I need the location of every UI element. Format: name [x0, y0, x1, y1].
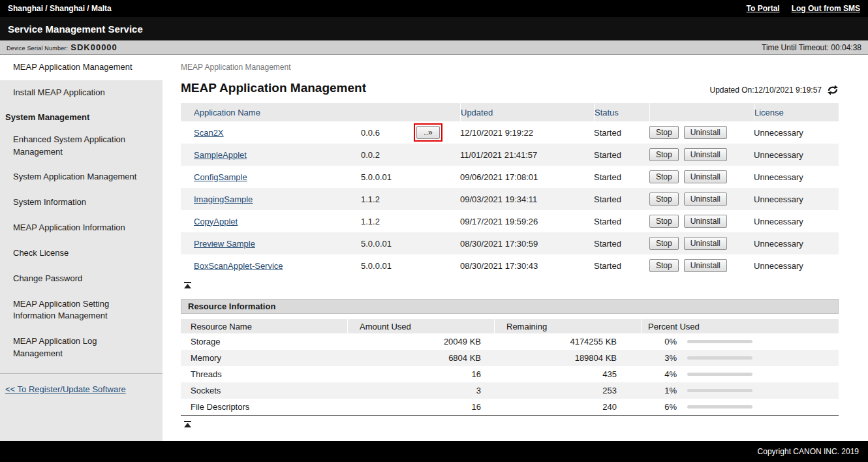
sidebar-item-change-password[interactable]: Change Password: [0, 266, 163, 292]
sidebar-item-meap-application-setting-information-management[interactable]: MEAP Application Setting Information Man…: [0, 292, 163, 330]
resource-amount: 6804 KB: [347, 353, 494, 363]
uninstall-button[interactable]: Uninstall: [684, 237, 727, 250]
app-name-link[interactable]: SampleApplet: [194, 150, 247, 160]
annotation-highlight-box: ..»: [414, 123, 442, 142]
resource-name: Sockets: [181, 386, 347, 395]
stop-button[interactable]: Stop: [649, 259, 679, 272]
column-header-percent-used: Percent Used: [641, 319, 839, 333]
resource-section-title: Resource Information: [181, 299, 839, 314]
resource-percent: 4%: [641, 369, 677, 379]
progress-bar: [687, 356, 752, 360]
sidebar-item-meap-application-information[interactable]: MEAP Application Information: [0, 215, 163, 241]
stop-button[interactable]: Stop: [649, 237, 679, 250]
top-bar: Shanghai / Shanghai / Malta To Portal Lo…: [0, 0, 868, 17]
resource-table: Resource Name Amount Used Remaining Perc…: [181, 319, 839, 416]
app-name-link[interactable]: CopyApplet: [194, 217, 238, 226]
app-license: Unnecessary: [754, 194, 839, 204]
resource-remaining: 435: [494, 369, 641, 379]
app-updated: 09/06/2021 17:08:01: [460, 172, 594, 182]
back-to-top-icon[interactable]: [183, 421, 192, 429]
stop-button[interactable]: Stop: [649, 192, 679, 206]
app-updated: 08/30/2021 17:30:59: [460, 239, 594, 249]
updated-on-text: Updated On:12/10/2021 9:19:57: [710, 85, 822, 95]
resource-name: Storage: [181, 337, 347, 346]
stop-button[interactable]: Stop: [649, 170, 679, 183]
sidebar-section-system-management: System Management: [0, 106, 163, 127]
app-title: Service Management Service: [8, 23, 143, 35]
app-name-link[interactable]: Scan2X: [194, 128, 224, 138]
table-row: Preview Sample 5.0.0.01 08/30/2021 17:30…: [181, 232, 839, 254]
resource-table-header: Resource Name Amount Used Remaining Perc…: [181, 319, 839, 333]
refresh-icon[interactable]: [827, 85, 839, 95]
uninstall-button[interactable]: Uninstall: [684, 215, 727, 228]
stop-button[interactable]: Stop: [649, 148, 679, 161]
column-header-status: Status: [594, 103, 649, 121]
app-status: Started: [594, 261, 649, 271]
table-row: ConfigSample 5.0.0.01 09/06/2021 17:08:0…: [181, 166, 839, 188]
uninstall-button[interactable]: Uninstall: [684, 126, 727, 139]
app-license: Unnecessary: [754, 128, 839, 138]
sms-window: Shanghai / Shanghai / Malta To Portal Lo…: [0, 0, 868, 462]
app-updated: 12/10/2021 9:19:22: [460, 128, 594, 138]
column-header-remaining: Remaining: [494, 319, 641, 333]
app-status: Started: [594, 128, 649, 138]
app-status: Started: [594, 194, 649, 204]
resource-percent: 1%: [641, 386, 677, 395]
app-updated: 08/30/2021 17:30:43: [460, 261, 594, 271]
resource-remaining: 4174255 KB: [494, 337, 641, 346]
uninstall-button[interactable]: Uninstall: [684, 148, 727, 161]
uninstall-button[interactable]: Uninstall: [684, 192, 727, 206]
uninstall-button[interactable]: Uninstall: [684, 259, 727, 272]
back-to-top-icon[interactable]: [183, 282, 192, 290]
app-status: Started: [594, 217, 649, 226]
resource-amount: 20049 KB: [347, 337, 494, 346]
sidebar-menu: MEAP Application Management Install MEAP…: [0, 55, 163, 374]
app-name-link[interactable]: BoxScanApplet-Service: [194, 261, 283, 271]
serial-value: SDK00000: [70, 42, 117, 52]
app-license: Unnecessary: [754, 150, 839, 160]
app-updated: 09/17/2021 19:59:26: [460, 217, 594, 226]
uninstall-button[interactable]: Uninstall: [684, 170, 727, 183]
resource-percent: 6%: [641, 402, 677, 412]
resource-percent: 0%: [641, 337, 677, 346]
to-register-update-software-link[interactable]: << To Register/Update Software: [5, 384, 126, 394]
footer-bar: Copyright CANON INC. 2019: [0, 441, 868, 462]
column-header-application-name: Application Name: [181, 103, 460, 121]
to-portal-link[interactable]: To Portal: [747, 4, 780, 13]
resource-amount: 16: [347, 402, 494, 412]
table-row: SampleApplet 0.0.2 11/01/2021 21:41:57 S…: [181, 144, 839, 166]
resource-name: Memory: [181, 353, 347, 363]
app-name-link[interactable]: Preview Sample: [194, 239, 255, 249]
column-header-updated: Updated: [460, 103, 594, 121]
sidebar-item-check-license[interactable]: Check License: [0, 241, 163, 266]
resource-amount: 16: [347, 369, 494, 379]
app-updated: 09/03/2021 19:34:11: [460, 194, 594, 204]
sidebar-item-system-application-management[interactable]: System Application Management: [0, 164, 163, 190]
sidebar-item-meap-application-management[interactable]: MEAP Application Management: [0, 55, 163, 80]
location-breadcrumb: Shanghai / Shanghai / Malta: [8, 4, 112, 13]
logout-link[interactable]: Log Out from SMS: [792, 4, 860, 13]
sidebar-item-install-meap-application[interactable]: Install MEAP Application: [0, 80, 163, 106]
stop-button[interactable]: Stop: [649, 126, 679, 139]
resource-name: File Descriptors: [181, 402, 347, 412]
app-status: Started: [594, 150, 649, 160]
app-status: Started: [594, 239, 649, 249]
detail-expand-button[interactable]: ..»: [416, 126, 439, 139]
resource-percent: 3%: [641, 353, 677, 363]
resource-remaining: 240: [494, 402, 641, 412]
app-version: 1.1.2: [337, 194, 396, 204]
app-version: 5.0.0.01: [337, 261, 396, 271]
resource-row: Memory 6804 KB 189804 KB 3%: [181, 350, 839, 366]
app-name-link[interactable]: ImagingSample: [194, 194, 253, 204]
sidebar-item-system-information[interactable]: System Information: [0, 190, 163, 215]
resource-row: File Descriptors 16 240 6%: [181, 399, 839, 415]
app-updated: 11/01/2021 21:41:57: [460, 150, 594, 160]
app-version: 1.1.2: [337, 217, 396, 226]
table-row: Scan2X 0.0.6 ..» 12/10/2021 9:19:22 Star…: [181, 121, 839, 144]
app-name-link[interactable]: ConfigSample: [194, 172, 247, 182]
stop-button[interactable]: Stop: [649, 215, 679, 228]
sidebar-item-meap-application-log-management[interactable]: MEAP Application Log Management: [0, 329, 163, 367]
progress-bar: [687, 389, 752, 392]
sidebar-item-enhanced-system-application-management[interactable]: Enhanced System Application Management: [0, 127, 163, 165]
column-header-license: License: [754, 103, 839, 121]
